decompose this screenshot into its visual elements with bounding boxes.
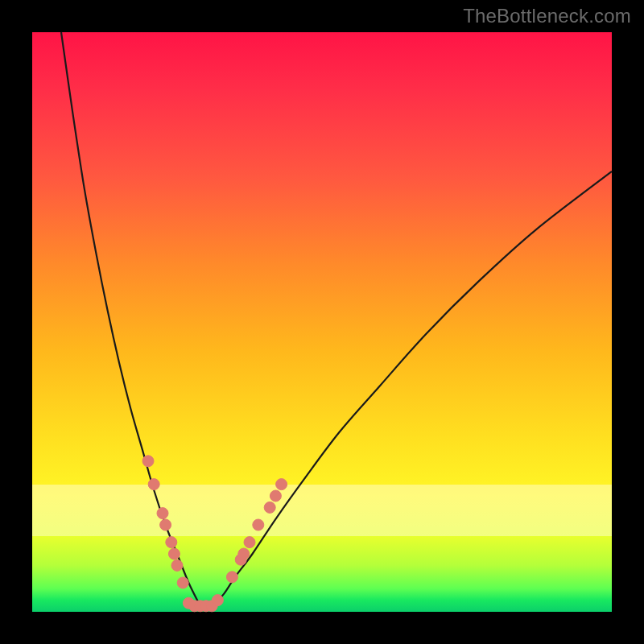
curve-marker bbox=[171, 559, 183, 571]
watermark-text: TheBottleneck.com bbox=[463, 5, 631, 27]
curve-marker bbox=[276, 479, 287, 490]
curve-right-branch bbox=[200, 171, 612, 607]
curve-marker bbox=[212, 595, 223, 606]
curve-marker bbox=[177, 577, 188, 588]
curve-marker bbox=[264, 502, 275, 513]
curve-marker bbox=[168, 548, 180, 559]
curve-canvas bbox=[32, 32, 612, 612]
curve-marker bbox=[166, 537, 177, 548]
curve-marker bbox=[148, 479, 159, 490]
curve-left-branch bbox=[61, 32, 200, 606]
curve-marker bbox=[253, 519, 264, 530]
curve-marker bbox=[142, 456, 154, 467]
curve-marker bbox=[226, 572, 237, 583]
chart-frame: TheBottleneck.com bbox=[0, 0, 644, 644]
curve-marker bbox=[160, 519, 171, 530]
curve-marker bbox=[270, 490, 281, 502]
curve-marker bbox=[157, 508, 168, 519]
curve-marker bbox=[238, 548, 250, 559]
plot-area bbox=[32, 32, 612, 612]
curve-marker bbox=[244, 537, 255, 548]
